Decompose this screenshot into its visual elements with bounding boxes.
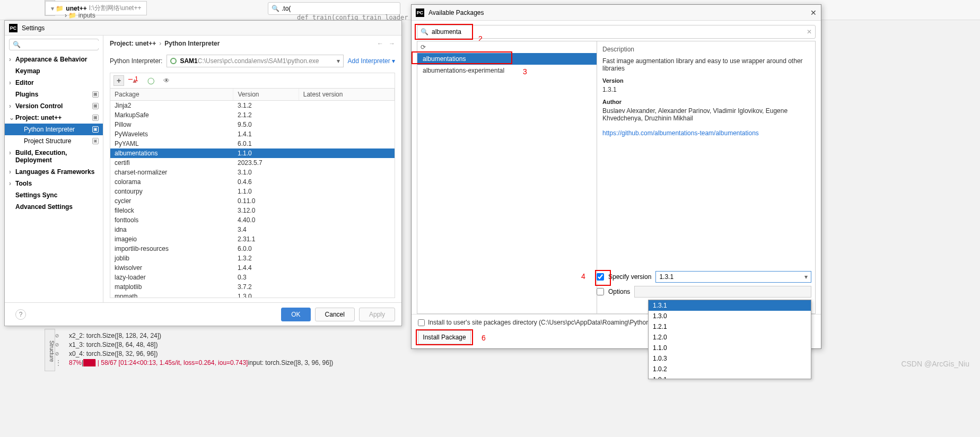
table-row[interactable]: contourpy1.1.0 [110, 187, 395, 196]
version-option[interactable]: 1.0.1 [649, 374, 811, 379]
table-row[interactable]: kiwisolver1.4.4 [110, 263, 395, 273]
editor-search-value: .to( [282, 5, 291, 12]
install-package-button[interactable]: Install Package [418, 330, 471, 344]
project-tab[interactable]: ▾ 📁 unet++ I:\分割网络\unet++ [45, 1, 147, 15]
packages-table[interactable]: Package Version Latest version Jinja23.1… [110, 88, 395, 298]
version-dropdown[interactable]: 1.3.11.3.01.2.11.2.01.1.01.0.31.0.21.0.1 [648, 300, 811, 379]
col-package[interactable]: Package [110, 89, 233, 101]
version-option[interactable]: 1.3.0 [649, 311, 811, 321]
description-heading: Description [602, 46, 810, 53]
version-option[interactable]: 1.0.3 [649, 353, 811, 364]
structure-tool-tab[interactable]: Structure [45, 329, 55, 371]
table-row[interactable]: idna3.4 [110, 225, 395, 234]
version-select[interactable]: 1.3.1 ▾ [655, 271, 811, 283]
add-package-button[interactable]: + [113, 75, 124, 86]
search-icon: 🔍 [421, 28, 428, 36]
interpreter-select[interactable]: SAM1 C:\Users\pc\.conda\envs\SAM1\python… [167, 55, 343, 67]
tree-appearance[interactable]: Appearance & Behavior [5, 54, 103, 65]
available-packages-titlebar: PC Available Packages ✕ [412, 5, 821, 21]
refresh-icon[interactable]: ⟳ [417, 41, 597, 53]
table-row[interactable]: PyYAML6.0.1 [110, 139, 395, 148]
table-row[interactable]: fonttools4.40.0 [110, 215, 395, 225]
table-row[interactable]: filelock3.12.0 [110, 206, 395, 215]
table-row[interactable]: PyWavelets1.4.1 [110, 129, 395, 139]
console-gutter: ⊘⊘⊘⋮ [55, 331, 69, 368]
version-option[interactable]: 1.0.2 [649, 364, 811, 374]
clear-icon[interactable]: ✕ [807, 28, 812, 36]
tree-tools[interactable]: Tools [5, 178, 103, 189]
package-results-list[interactable]: ⟳ albumentationsalbumentations-experimen… [417, 41, 597, 314]
options-checkbox[interactable] [597, 288, 604, 295]
table-row[interactable]: MarkupSafe2.1.2 [110, 110, 395, 120]
author-label: Author [602, 99, 810, 105]
tree-languages[interactable]: Languages & Frameworks [5, 166, 103, 178]
table-row[interactable]: charset-normalizer3.1.0 [110, 168, 395, 177]
forward-icon[interactable]: → [389, 40, 395, 47]
specify-version-label: Specify version [608, 273, 651, 281]
folder-icon: ▾ 📁 [51, 5, 64, 12]
install-user-site-checkbox[interactable] [418, 319, 425, 326]
version-option[interactable]: 1.3.1 [649, 300, 811, 311]
add-interpreter-link[interactable]: Add Interpreter [348, 57, 395, 65]
options-input[interactable] [634, 286, 811, 298]
settings-search-input[interactable]: 🔍 [9, 39, 99, 50]
col-latest[interactable]: Latest version [299, 89, 394, 101]
settings-sidebar: 🔍 Appearance & Behavior Keymap Editor Pl… [5, 36, 103, 302]
install-user-site-label: Install to user's site packages director… [428, 319, 652, 326]
package-search-input[interactable]: 🔍 albumenta ✕ [417, 25, 816, 39]
list-item[interactable]: albumentations-experimental [417, 65, 597, 76]
options-label: Options [608, 288, 630, 295]
apply-button[interactable]: Apply [359, 308, 395, 321]
settings-dialog: PC Settings 🔍 Appearance & Behavior Keym… [4, 20, 402, 326]
specify-version-checkbox[interactable] [597, 273, 604, 281]
settings-main-panel: Project: unet++ › Python Interpreter ← →… [103, 36, 401, 302]
tree-advanced[interactable]: Advanced Settings [5, 201, 103, 213]
annotation-1: 1 [128, 74, 138, 83]
table-row[interactable]: mpmath1.3.0 [110, 292, 395, 298]
package-link[interactable]: https://github.com/albumentations-team/a… [602, 129, 759, 137]
col-version[interactable]: Version [233, 89, 299, 101]
tree-plugins[interactable]: Plugins▣ [5, 89, 103, 100]
editor-search-field[interactable]: 🔍 .to( [268, 2, 400, 15]
close-icon[interactable]: ✕ [810, 8, 817, 17]
table-row[interactable]: colorama0.4.6 [110, 177, 395, 187]
author-value: Buslaev Alexander, Alexander Parinov, Vl… [602, 107, 810, 122]
cancel-button[interactable]: Cancel [315, 308, 355, 321]
conda-icon[interactable]: ◯ [145, 75, 156, 86]
version-option[interactable]: 1.1.0 [649, 343, 811, 353]
table-row[interactable]: albumentations1.1.0 [110, 148, 395, 158]
tree-editor[interactable]: Editor [5, 77, 103, 89]
table-row[interactable]: Jinja23.1.2 [110, 101, 395, 111]
settings-search-field[interactable] [23, 41, 102, 48]
ok-button[interactable]: OK [281, 308, 310, 321]
list-item[interactable]: albumentations [417, 53, 597, 65]
tree-keymap[interactable]: Keymap [5, 65, 103, 77]
table-row[interactable]: matplotlib3.7.2 [110, 282, 395, 292]
eye-icon[interactable]: 👁 [161, 75, 172, 86]
back-icon[interactable]: ← [377, 40, 383, 47]
table-row[interactable]: Pillow9.5.0 [110, 120, 395, 129]
tree-settings-sync[interactable]: Settings Sync [5, 189, 103, 201]
settings-breadcrumb: Project: unet++ › Python Interpreter ← → [110, 40, 395, 47]
table-row[interactable]: joblib1.3.2 [110, 254, 395, 263]
tree-python-interpreter[interactable]: Python Interpreter▣ [5, 124, 103, 135]
tree-build[interactable]: Build, Execution, Deployment [5, 147, 103, 166]
version-option[interactable]: 1.2.0 [649, 332, 811, 343]
badge-icon: ▣ [92, 138, 99, 144]
search-icon: 🔍 [272, 5, 279, 12]
tree-project[interactable]: Project: unet++▣ [5, 112, 103, 124]
help-icon[interactable]: ? [15, 309, 26, 320]
table-row[interactable]: imageio2.31.1 [110, 234, 395, 244]
table-row[interactable]: importlib-resources6.0.0 [110, 244, 395, 254]
version-select-value: 1.3.1 [659, 273, 673, 281]
table-row[interactable]: lazy-loader0.3 [110, 273, 395, 282]
version-option[interactable]: 1.2.1 [649, 321, 811, 332]
table-row[interactable]: certifi2023.5.7 [110, 158, 395, 168]
watermark: CSDN @ArcGis_Niu [901, 360, 969, 368]
tree-version-control[interactable]: Version Control▣ [5, 100, 103, 112]
tree-project-structure[interactable]: Project Structure▣ [5, 135, 103, 147]
package-search-value: albumenta [432, 28, 461, 36]
annotation-6: 6 [482, 334, 486, 342]
table-row[interactable]: cycler0.11.0 [110, 196, 395, 206]
badge-icon: ▣ [92, 126, 99, 133]
